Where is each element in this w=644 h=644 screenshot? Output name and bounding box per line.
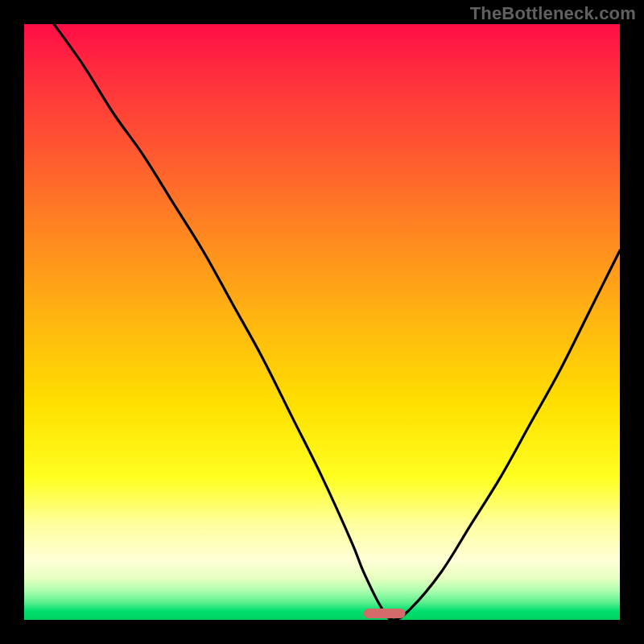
chart-svg: [24, 24, 620, 620]
watermark-text: TheBottleneck.com: [470, 3, 636, 24]
plot-area: [24, 24, 620, 620]
chart-frame: TheBottleneck.com: [0, 0, 644, 644]
optimal-marker: [364, 609, 406, 618]
bottleneck-curve: [54, 24, 620, 620]
